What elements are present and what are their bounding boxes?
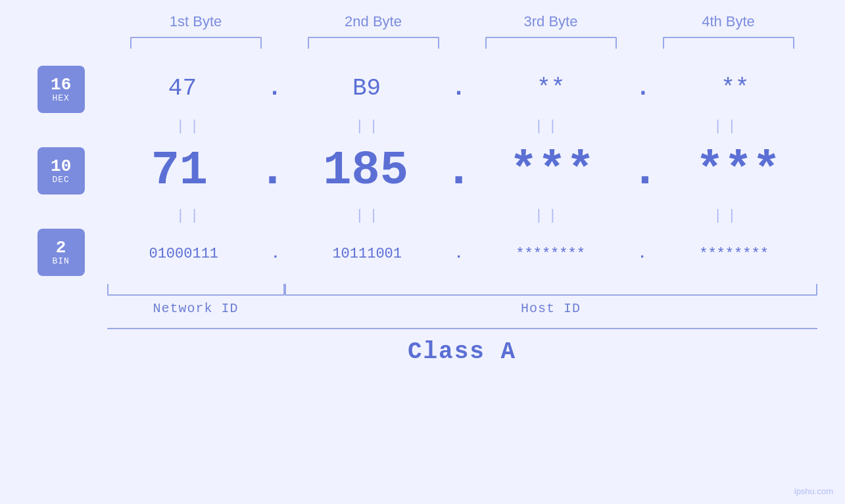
bracket-byte3 bbox=[485, 37, 617, 49]
dec-cell-4: *** bbox=[660, 144, 817, 198]
dec-val-3: *** bbox=[473, 144, 631, 198]
bin-dot-2: . bbox=[454, 246, 463, 262]
bin-cell-1: 01000111 bbox=[105, 246, 262, 262]
network-id-label: Network ID bbox=[107, 301, 285, 316]
dec-dot-1: . bbox=[258, 144, 287, 198]
top-bracket-row bbox=[107, 37, 817, 49]
bin-cell-2: 10111001 bbox=[288, 246, 446, 262]
sep-2-2: || bbox=[290, 208, 448, 224]
class-row: Class A bbox=[107, 328, 817, 365]
bin-dot-3: . bbox=[638, 246, 646, 262]
dec-cell-2: 185 bbox=[287, 144, 445, 198]
hex-val-1: 47 bbox=[103, 75, 261, 102]
bin-val-2: 10111001 bbox=[288, 246, 446, 262]
sep-2-4: || bbox=[648, 208, 806, 224]
byte-headers: 1st Byte 2nd Byte 3rd Byte 4th Byte bbox=[107, 13, 817, 30]
bin-val-3: ******** bbox=[471, 246, 629, 262]
hex-val-2: B9 bbox=[288, 75, 446, 102]
hex-val-4: ** bbox=[656, 75, 814, 102]
dec-cell-3: *** bbox=[473, 144, 631, 198]
dec-val-2: 185 bbox=[287, 144, 445, 198]
dec-val-4: *** bbox=[660, 144, 817, 198]
hex-dot-1: . bbox=[268, 75, 282, 102]
byte3-header: 3rd Byte bbox=[472, 13, 630, 30]
hex-row: 47 . B9 . ** . ** bbox=[101, 62, 817, 114]
sep-1-2: || bbox=[290, 118, 448, 135]
bracket-byte2 bbox=[308, 37, 439, 49]
hex-dot-2: . bbox=[452, 75, 466, 102]
bin-row: 01000111 . 10111001 . ******** . *******… bbox=[101, 227, 817, 280]
sep-2-3: || bbox=[470, 208, 627, 224]
hex-cell-4: ** bbox=[656, 75, 814, 102]
sep-1-3: || bbox=[470, 118, 627, 135]
bin-dot-1: . bbox=[271, 246, 279, 262]
values-grid: 47 . B9 . ** . ** || || || || bbox=[101, 62, 817, 280]
main-grid: 16 HEX 10 DEC 2 BIN 47 . B9 bbox=[28, 62, 817, 280]
sep-row-2: || || || || bbox=[101, 204, 817, 227]
sep-1-1: || bbox=[111, 118, 269, 135]
bin-badge-label: BIN bbox=[52, 257, 69, 266]
dec-cell-1: 71 bbox=[101, 144, 258, 198]
hex-badge-number: 16 bbox=[51, 76, 71, 95]
hex-dot-3: . bbox=[636, 75, 650, 102]
hex-badge-label: HEX bbox=[52, 94, 69, 103]
network-bracket bbox=[107, 284, 285, 296]
badges-column: 16 HEX 10 DEC 2 BIN bbox=[28, 62, 101, 280]
bracket-byte1 bbox=[130, 37, 262, 49]
dec-badge: 10 DEC bbox=[37, 147, 85, 195]
bin-val-4: ******** bbox=[655, 246, 813, 262]
byte1-header: 1st Byte bbox=[117, 13, 275, 30]
dec-val-1: 71 bbox=[101, 144, 258, 198]
sep-2-1: || bbox=[111, 208, 269, 224]
bottom-brackets bbox=[107, 284, 817, 296]
dec-badge-number: 10 bbox=[51, 157, 71, 176]
bracket-byte4 bbox=[663, 37, 794, 49]
bin-badge-number: 2 bbox=[56, 239, 66, 258]
class-label: Class A bbox=[408, 338, 516, 365]
hex-val-3: ** bbox=[472, 75, 630, 102]
host-id-label: Host ID bbox=[285, 301, 817, 316]
dec-dot-3: . bbox=[631, 144, 659, 198]
byte2-header: 2nd Byte bbox=[295, 13, 452, 30]
dec-dot-2: . bbox=[445, 144, 473, 198]
hex-cell-1: 47 bbox=[103, 75, 261, 102]
bin-badge: 2 BIN bbox=[37, 229, 85, 276]
host-bracket bbox=[285, 284, 817, 296]
bin-val-1: 01000111 bbox=[105, 246, 262, 262]
dec-badge-label: DEC bbox=[52, 175, 69, 185]
sep-row-1: || || || || bbox=[101, 114, 817, 138]
main-container: 1st Byte 2nd Byte 3rd Byte 4th Byte 16 H… bbox=[0, 0, 845, 504]
bottom-labels: Network ID Host ID bbox=[107, 301, 817, 316]
byte4-header: 4th Byte bbox=[650, 13, 808, 30]
dec-row: 71 . 185 . *** . *** bbox=[101, 138, 817, 204]
bin-cell-4: ******** bbox=[655, 246, 813, 262]
sep-1-4: || bbox=[648, 118, 806, 135]
hex-cell-2: B9 bbox=[288, 75, 446, 102]
bottom-section: Network ID Host ID bbox=[107, 284, 817, 316]
hex-cell-3: ** bbox=[472, 75, 630, 102]
watermark: ipshu.com bbox=[794, 486, 833, 496]
bin-cell-3: ******** bbox=[471, 246, 629, 262]
hex-badge: 16 HEX bbox=[37, 66, 85, 113]
